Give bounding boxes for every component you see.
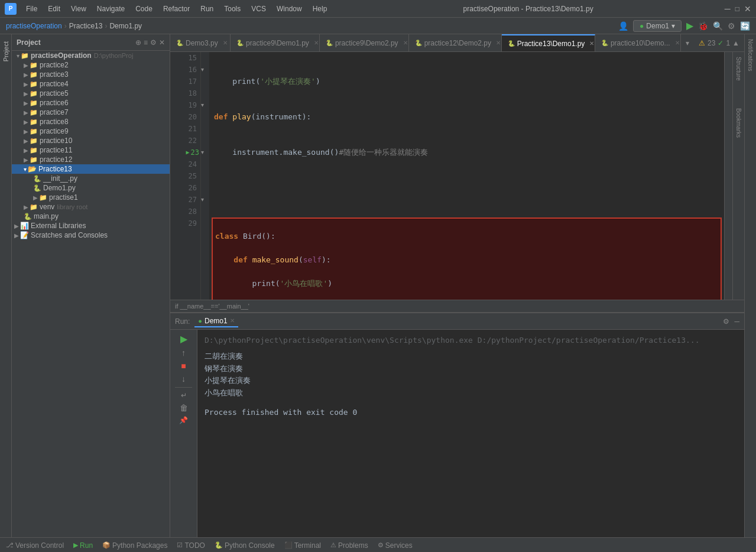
menu-code[interactable]: Code <box>131 4 157 14</box>
tab-close-p10[interactable]: ✕ <box>675 40 680 46</box>
tree-root[interactable]: ▾ 📁 practiseOperation D:\pythonProj <box>12 51 170 60</box>
run-panel-settings[interactable]: ⚙ ─ <box>723 317 739 326</box>
tab-p9demo1[interactable]: 🐍 practice9\Demo1.py ✕ <box>231 34 320 52</box>
settings-button[interactable]: ⚙ <box>728 21 735 31</box>
tab-p13demo1[interactable]: 🐍 Practice13\Demo1.py ✕ <box>502 34 595 52</box>
fold-27[interactable]: ▾ <box>201 194 209 206</box>
menu-view[interactable]: View <box>66 4 91 14</box>
run-pin-btn[interactable]: 📌 <box>179 416 188 424</box>
tree-practice2[interactable]: ▶📁 practice2 <box>12 60 170 70</box>
run-clear-btn[interactable]: 🗑 <box>180 403 188 413</box>
menu-vcs[interactable]: VCS <box>246 4 271 14</box>
breadcrumb-file[interactable]: Demo1.py <box>109 22 142 30</box>
menu-help[interactable]: Help <box>308 4 332 14</box>
update-icon[interactable]: 🔄 <box>740 21 750 31</box>
python-packages-button[interactable]: 📦 Python Packages <box>99 540 171 551</box>
run-tab-close[interactable]: ✕ <box>230 317 235 324</box>
fold-16[interactable]: ▾ <box>201 64 209 76</box>
maximize-button[interactable]: □ <box>735 5 739 13</box>
tree-practice11[interactable]: ▶📁 practice11 <box>12 145 170 155</box>
run-scroll-down-btn[interactable]: ↓ <box>181 374 186 384</box>
tree-venv[interactable]: ▶📁 venv library root <box>12 202 170 212</box>
tree-practice7[interactable]: ▶📁 practice7 <box>12 108 170 117</box>
breadcrumb-root[interactable]: practiseOperation <box>6 22 62 30</box>
terminal-button[interactable]: ⬛ Terminal <box>281 540 325 551</box>
run-green-button[interactable]: ▶ <box>686 20 693 31</box>
minimize-button[interactable]: ─ <box>725 4 731 14</box>
menu-file[interactable]: File <box>21 4 42 14</box>
panel-collapse-icon[interactable]: ≡ <box>144 38 148 47</box>
project-toggle[interactable]: Project <box>0 39 12 64</box>
menu-refactor[interactable]: Refactor <box>158 4 194 14</box>
warnings-indicator[interactable]: ⚠ 23 ✓ 1 ▲ <box>694 39 744 47</box>
tab-close-p12d2[interactable]: ✕ <box>496 40 501 46</box>
tab-demo3[interactable]: 🐍 Demo3.py ✕ <box>170 34 231 52</box>
tree-init-py[interactable]: 🐍 __init__.py <box>12 174 170 183</box>
run-output: D:\pythonProject\practiseOperation\venv\… <box>197 330 744 537</box>
close-button[interactable]: ✕ <box>744 4 751 14</box>
problems-button[interactable]: ⚠ Problems <box>327 540 372 551</box>
tree-practice13[interactable]: ▾📂 Practice13 <box>12 164 170 174</box>
tree-practice3[interactable]: ▶📁 practice3 <box>12 70 170 79</box>
editor-scrollbar[interactable] <box>724 52 732 300</box>
run-scroll-up-btn[interactable]: ↑ <box>181 348 186 358</box>
project-panel-header: Project ⊕ ≡ ⚙ ✕ <box>12 34 170 51</box>
panel-sync-icon[interactable]: ⊕ <box>135 38 141 47</box>
structure-toggle[interactable]: Structure <box>735 57 742 81</box>
search-everywhere-button[interactable]: 🔍 <box>713 21 723 31</box>
bookmarks-toggle[interactable]: Bookmarks <box>735 108 742 138</box>
run-wrap-btn[interactable]: ↵ <box>181 391 187 400</box>
fold-23[interactable]: ▾ <box>201 147 209 158</box>
run-button[interactable]: ▶ Run <box>70 540 96 551</box>
tab-p12demo2[interactable]: 🐍 practice12\Demo2.py ✕ <box>409 34 502 52</box>
tree-practice12[interactable]: ▶📁 practice12 <box>12 155 170 164</box>
tree-external-libs[interactable]: ▶ 📊 External Libraries <box>12 221 170 230</box>
app-icon: P <box>5 3 17 15</box>
tab-p10demo[interactable]: 🐍 practice10\Demo... ✕ <box>595 34 681 52</box>
tree-main-py[interactable]: 🐍 main.py <box>12 212 170 221</box>
tab-close-demo3[interactable]: ✕ <box>223 40 228 46</box>
run-tab-label: Demo1 <box>205 317 228 325</box>
run-tab-demo1[interactable]: ● Demo1 ✕ <box>194 316 238 327</box>
tree-practise1[interactable]: ▶📁 practise1 <box>12 193 170 202</box>
panel-close-icon[interactable]: ✕ <box>159 38 165 47</box>
problems-label: Problems <box>338 541 368 550</box>
menu-edit[interactable]: Edit <box>43 4 65 14</box>
tab-close-p9d2[interactable]: ✕ <box>403 40 408 46</box>
tabs-overflow-btn[interactable]: ▾ <box>681 39 694 47</box>
code-content[interactable]: print('小提琴在演奏') def play(instrument): in… <box>209 52 724 300</box>
tree-practice5[interactable]: ▶📁 practice5 <box>12 89 170 98</box>
panel-options-icon[interactable]: ⚙ <box>150 38 157 47</box>
code-editor[interactable]: 15 16 17 18 19 20 21 22 ▶23 24 25 26 27 … <box>170 52 744 300</box>
run-play-btn[interactable]: ▶ <box>180 333 187 345</box>
menu-navigate[interactable]: Navigate <box>92 4 129 14</box>
menu-tools[interactable]: Tools <box>219 4 245 14</box>
tree-practice8[interactable]: ▶📁 practice8 <box>12 117 170 126</box>
debug-button[interactable]: 🐞 <box>698 21 708 31</box>
todo-button[interactable]: ☑ TODO <box>173 540 208 551</box>
tab-close-p13d1[interactable]: ✕ <box>589 40 594 47</box>
tree-practice9[interactable]: ▶📁 practice9 <box>12 126 170 136</box>
tree-practice6[interactable]: ▶📁 practice6 <box>12 98 170 108</box>
menu-run[interactable]: Run <box>196 4 218 14</box>
menu-window[interactable]: Window <box>272 4 307 14</box>
breadcrumb-mid[interactable]: Practice13 <box>69 22 103 30</box>
fold-19[interactable]: ▾ <box>201 99 209 111</box>
notifications-label[interactable]: Notifications <box>747 39 754 71</box>
tree-scratches[interactable]: ▶ 📝 Scratches and Consoles <box>12 230 170 240</box>
tree-demo1-py[interactable]: 🐍 Demo1.py <box>12 183 170 193</box>
tree-practice10[interactable]: ▶📁 practice10 <box>12 136 170 145</box>
tabs-bar: 🐍 Demo3.py ✕ 🐍 practice9\Demo1.py ✕ 🐍 pr… <box>170 34 744 52</box>
minimize-panel-icon[interactable]: ─ <box>734 317 739 326</box>
tab-close-p9d1[interactable]: ✕ <box>314 40 319 46</box>
python-console-button[interactable]: 🐍 Python Console <box>211 540 278 551</box>
run-config-button[interactable]: ● Demo1 ▾ <box>633 20 682 32</box>
settings-icon[interactable]: ⚙ <box>723 317 729 326</box>
vcs-button[interactable]: ⎇ Version Control <box>2 540 67 551</box>
run-stop-btn[interactable]: ■ <box>181 361 186 371</box>
tree-practice4[interactable]: ▶📁 practice4 <box>12 79 170 89</box>
nav-up-icon[interactable]: ▲ <box>732 39 739 47</box>
services-button[interactable]: ⚙ Services <box>374 540 416 551</box>
user-icon[interactable]: 👤 <box>618 21 628 31</box>
tab-p9demo2[interactable]: 🐍 practice9\Demo2.py ✕ <box>320 34 409 52</box>
